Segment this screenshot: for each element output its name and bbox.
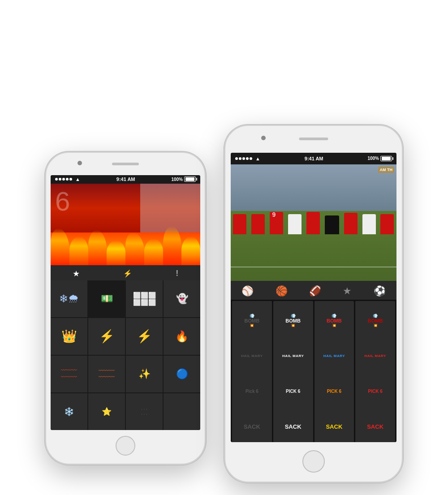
sticker-bomb-darkred[interactable]: 💨 BOMB 💥 (355, 301, 395, 341)
screen-2: ▲ 9:41 AM 100% (231, 153, 396, 442)
battery-icon-2 (380, 156, 392, 161)
power-button-2 (402, 207, 403, 231)
sticker-dots[interactable]: · · ·· · · (126, 393, 163, 430)
speaker-2 (299, 138, 328, 140)
sticker-bolt[interactable]: ⚡ (126, 318, 163, 355)
sticker-money[interactable]: 💵 (88, 280, 125, 317)
wifi-icon-2: ▲ (255, 156, 260, 161)
sticker-ghost[interactable]: 👻 (164, 280, 200, 317)
sticker-sack-dark[interactable]: SACK (232, 407, 272, 442)
sticker-grid-1: ❄🌨 💵 ⬜⬜⬜⬜⬜⬜ 👻 👑 (51, 280, 200, 430)
tab-effects-1[interactable]: ⚡ (123, 269, 132, 278)
sticker-bomb-white[interactable]: 💨 BOMB 💥 (273, 301, 313, 341)
sticker-grid-2: 💨 BOMB 💥 💨 BOMB 💥 💨 BOMB 💥 (231, 300, 396, 442)
sport-tab-basketball[interactable]: 🏀 (276, 285, 288, 297)
video-area-2: AM TH 9 (231, 164, 396, 281)
volume-down-2 (224, 215, 225, 228)
sticker-snowflake[interactable]: ❄️ (51, 393, 87, 430)
camera-1 (78, 161, 82, 165)
tab-bar-1: ★ ⚡ ! (51, 265, 200, 280)
video-area-1: 6 (51, 184, 200, 265)
time-2: 9:41 AM (305, 156, 323, 161)
home-button-2[interactable] (302, 450, 325, 473)
sport-tab-star[interactable]: ★ (343, 285, 352, 297)
sticker-pick6-orange[interactable]: PICK 6 (314, 371, 354, 411)
home-button-1[interactable] (116, 436, 135, 456)
camera-2 (261, 136, 266, 140)
sticker-snow[interactable]: ❄🌨 (51, 280, 87, 317)
sticker-wave-red[interactable]: 〰〰〰〰〰〰 (51, 356, 87, 392)
sticker-sack-red[interactable]: SACK (355, 407, 395, 442)
stadium-label: AM TH (378, 167, 395, 173)
speaker-1 (112, 163, 139, 165)
sticker-sparkle[interactable]: ✨ (126, 356, 163, 392)
tab-favorites-1[interactable]: ★ (73, 269, 80, 279)
sticker-pick6-red[interactable]: PICK 6 (355, 371, 395, 411)
sticker-hailmary-white[interactable]: HAIL MARY (273, 336, 313, 376)
sport-tab-soccer[interactable]: ⚽ (374, 285, 386, 297)
mute-switch-1 (45, 198, 46, 206)
sticker-blank (164, 393, 200, 430)
battery-percent-2: 100% (367, 156, 379, 161)
sticker-orb[interactable]: 🔵 (164, 356, 200, 392)
sticker-hailmary-red[interactable]: HAIL MARY (355, 336, 395, 376)
screen-1: ▲ 9:41 AM 100% 6 (51, 175, 200, 430)
sticker-popcorn[interactable]: ⬜⬜⬜⬜⬜⬜ (126, 280, 163, 317)
battery-percent-1: 100% (171, 177, 183, 182)
battery-icon-1 (184, 176, 196, 182)
sport-tab-bar: ⚾ 🏀 🏈 ★ ⚽ (231, 281, 396, 300)
sticker-hailmary-dark[interactable]: HAIL MARY (232, 336, 272, 376)
sticker-crown[interactable]: 👑 (51, 318, 87, 355)
sticker-bomb-dark[interactable]: 💨 BOMB 💥 (232, 301, 272, 341)
volume-up-2 (224, 198, 225, 211)
sticker-sack-yellow[interactable]: SACK (314, 407, 354, 442)
sticker-hailmary-blue[interactable]: HAIL MARY (314, 336, 354, 376)
sticker-star2[interactable]: ⭐ (88, 393, 125, 430)
volume-up-1 (45, 215, 46, 228)
status-bar-1: ▲ 9:41 AM 100% (51, 175, 200, 184)
sticker-sack-white[interactable]: SACK (273, 407, 313, 442)
sticker-fireball[interactable]: 🔥 (164, 318, 200, 355)
sticker-pick6-dark[interactable]: Pick 6 (232, 371, 272, 411)
phone-2: ▲ 9:41 AM 100% (224, 125, 403, 483)
sticker-pick6-white[interactable]: PICK 6 (273, 371, 313, 411)
status-bar-2: ▲ 9:41 AM 100% (231, 153, 396, 164)
sticker-lightning-blue[interactable]: ⚡ (88, 318, 125, 355)
sticker-wave-multi[interactable]: 〰〰〰〰〰〰 (88, 356, 125, 392)
power-button-1 (205, 224, 206, 247)
mute-switch-2 (224, 177, 225, 185)
wifi-icon-1: ▲ (75, 176, 80, 182)
volume-down-1 (45, 231, 46, 244)
sport-tab-football[interactable]: 🏈 (309, 285, 321, 297)
phone-1: ▲ 9:41 AM 100% 6 (45, 151, 206, 465)
time-1: 9:41 AM (116, 176, 135, 182)
sticker-bomb-red[interactable]: 💨 BOMB 💥 (314, 301, 354, 341)
tab-exclamation-1[interactable]: ! (176, 269, 178, 278)
sport-tab-baseball[interactable]: ⚾ (241, 285, 254, 297)
